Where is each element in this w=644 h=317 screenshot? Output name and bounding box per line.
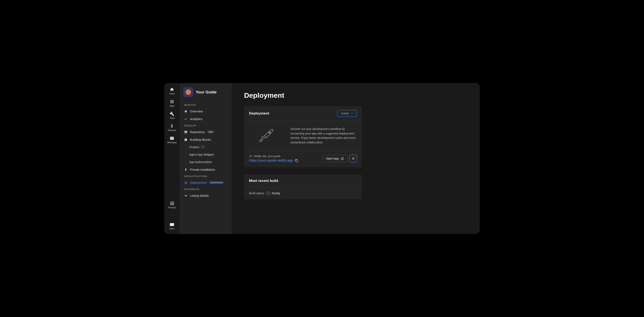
page-title: Deployment (244, 91, 467, 100)
sidebar-item-overview[interactable]: Overview (180, 108, 232, 115)
rail-products[interactable]: Products (168, 201, 176, 209)
section-infrastructure: INFRASTRUCTURE (180, 174, 232, 179)
sidebar-header: Your Guide (180, 83, 232, 102)
rocket-icon (256, 128, 275, 144)
recent-build-card: Most recent build Build status: Ready (244, 174, 362, 199)
experimental-badge: Experimental (209, 181, 224, 184)
puzzle-icon (184, 138, 188, 141)
building-blocks-subnav: Product Agent App Widgets App Authorizat… (186, 144, 232, 166)
list-icon (184, 194, 188, 197)
rail-divider (169, 215, 176, 216)
open-app-button[interactable]: Open App (322, 155, 348, 162)
site-url-link[interactable]: https://your-guide.netlify.app (249, 158, 293, 163)
deployment-card: Deployment Unlink (244, 106, 362, 167)
app-title: Your Guide (196, 90, 216, 94)
deployment-card-header: Deployment Unlink (244, 106, 362, 121)
home-icon (170, 87, 174, 92)
recent-build-title: Most recent build (249, 179, 278, 183)
sidebar: Your Guide MONITOR Overview Analytics DE… (180, 83, 232, 234)
build-status-row: Build status: Ready (244, 187, 362, 199)
section-distribute: DISTRIBUTE (180, 186, 232, 192)
rail-revenue[interactable]: Revenue (168, 124, 176, 132)
diamond-icon (352, 157, 355, 160)
section-develop: DEVELOP (180, 123, 232, 128)
service-settings-button[interactable] (350, 155, 357, 162)
line-chart-icon (184, 118, 188, 121)
open-app-label: Open App (326, 157, 339, 160)
build-status-label: Build status: (249, 192, 265, 195)
sidebar-item-building-blocks[interactable]: Building Blocks (180, 136, 232, 144)
build-status-value: Ready (272, 192, 280, 195)
nav-label: Building Blocks (190, 138, 211, 141)
rail-bottom: Products Docs (168, 201, 176, 230)
nav-label: Product (189, 146, 199, 149)
unlink-button[interactable]: Unlink (337, 110, 357, 117)
rail-tools[interactable]: Tools (170, 112, 174, 119)
deployment-card-footer: Netlify site: your-guide https://your-gu… (244, 151, 362, 167)
sidebar-item-analytics[interactable]: Analytics (180, 115, 232, 123)
sidebar-item-deployment[interactable]: Deployment Experimental (180, 179, 232, 186)
apps-icon (170, 100, 174, 104)
deploy-icon (184, 181, 188, 184)
rail-messages[interactable]: Messages (168, 136, 177, 144)
main-content: Deployment Deployment Unlink (232, 83, 480, 234)
app-logo-circle (186, 90, 191, 95)
site-url: https://your-guide.netlify.app (249, 158, 298, 163)
image-icon (184, 130, 188, 134)
rail-top: Home Apps Tools Revenue Messages (168, 87, 177, 144)
rail-home[interactable]: Home (169, 87, 175, 95)
rocket-illustration (249, 128, 282, 144)
rail-apps[interactable]: Apps (170, 100, 174, 107)
new-badge: New (207, 130, 214, 134)
home-icon (184, 110, 188, 113)
book-icon (170, 222, 174, 227)
section-monitor: MONITOR (180, 102, 232, 108)
rail-docs[interactable]: Docs (170, 222, 174, 230)
sidebar-item-app-authorization[interactable]: App Authorization (186, 158, 232, 166)
nav-label: Deployment (190, 181, 206, 184)
netlify-site-label: Netlify site: your-guide (249, 154, 298, 158)
nav-label: Private installation (190, 168, 215, 171)
nav-label: Listing details (190, 194, 209, 197)
chevron-down-icon (351, 112, 354, 115)
wrench-icon (170, 112, 174, 116)
deployment-description: Smooth out your development workflow by … (290, 127, 357, 145)
nav-label: Overview (190, 110, 203, 113)
nav-label: Repository (190, 130, 205, 134)
mail-icon (170, 136, 174, 140)
nav-label: Analytics (190, 117, 202, 121)
chat-icon (201, 146, 204, 148)
sidebar-item-product[interactable]: Product (186, 144, 232, 151)
products-icon (170, 201, 174, 206)
check-circle-icon (266, 191, 270, 195)
app-logo (183, 87, 193, 97)
recent-build-header: Most recent build (244, 174, 362, 187)
download-icon (184, 168, 188, 171)
deployment-card-title: Deployment (249, 112, 269, 116)
sidebar-item-private-installation[interactable]: Private installation (180, 166, 232, 174)
sidebar-item-repository[interactable]: Repository New (180, 128, 232, 136)
dollar-icon (170, 124, 174, 128)
sidebar-item-agent-widgets[interactable]: Agent App Widgets (186, 151, 232, 158)
netlify-icon (249, 154, 252, 158)
footer-actions: Open App (322, 155, 357, 162)
nav-label: Agent App Widgets (189, 153, 214, 156)
site-info: Netlify site: your-guide https://your-gu… (249, 154, 298, 163)
svg-point-0 (269, 132, 270, 134)
unlink-label: Unlink (341, 112, 349, 115)
deployment-card-body: Smooth out your development workflow by … (244, 121, 362, 151)
app-shell: Home Apps Tools Revenue Messages Pr (164, 83, 480, 234)
copy-icon[interactable] (295, 159, 298, 162)
nav-label: App Authorization (189, 160, 212, 164)
global-rail: Home Apps Tools Revenue Messages Pr (164, 83, 180, 234)
external-link-icon (341, 157, 344, 160)
sidebar-item-listing-details[interactable]: Listing details (180, 192, 232, 200)
